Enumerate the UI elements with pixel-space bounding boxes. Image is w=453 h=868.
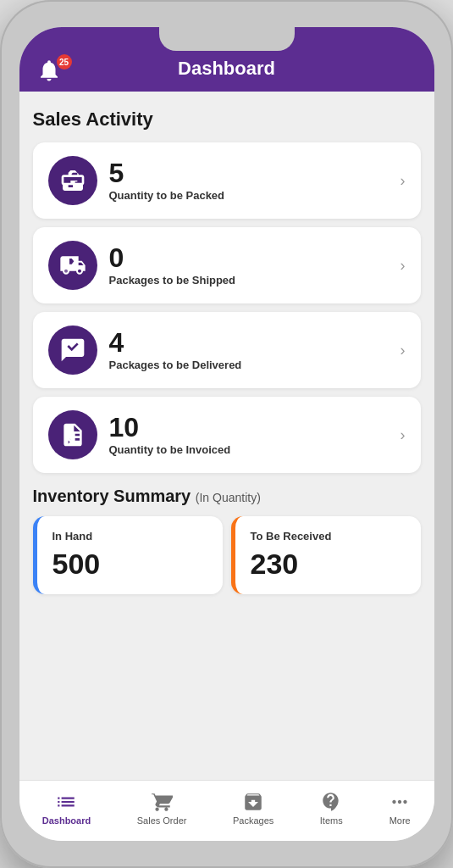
- header-title: Dashboard: [178, 58, 275, 80]
- notification-badge: 25: [57, 54, 72, 70]
- pack-number: 5: [109, 159, 401, 186]
- more-nav-icon: [389, 791, 411, 813]
- sales-order-nav-icon: [151, 791, 173, 813]
- invoice-text: 10 Quantity to be Invoiced: [109, 414, 401, 456]
- nav-packages-label: Packages: [233, 815, 273, 826]
- notch: [159, 27, 295, 51]
- in-hand-value: 500: [52, 548, 207, 581]
- invoice-label: Quantity to be Invoiced: [109, 443, 401, 456]
- inventory-title: Inventory Summary (In Quantity): [33, 487, 421, 506]
- nav-items-label: Items: [320, 815, 343, 826]
- phone-frame: 25 Dashboard Sales Activity 5 Quantity t…: [0, 0, 453, 868]
- nav-packages[interactable]: Packages: [224, 787, 282, 829]
- truck-icon: [59, 252, 86, 279]
- nav-more-label: More: [389, 815, 411, 826]
- items-nav-icon: [320, 791, 342, 813]
- inventory-subtitle: (In Quantity): [196, 491, 261, 504]
- bottom-nav: Dashboard Sales Order Packages Items: [19, 780, 434, 841]
- deliver-icon-circle: [48, 326, 97, 375]
- pack-card[interactable]: 5 Quantity to be Packed ›: [33, 142, 421, 219]
- deliver-card[interactable]: 4 Packages to be Delivered ›: [33, 312, 421, 388]
- nav-sales-order-label: Sales Order: [137, 815, 187, 826]
- invoice-icon-circle: [48, 410, 97, 459]
- invoice-card[interactable]: 10 Quantity to be Invoiced ›: [33, 397, 421, 473]
- nav-dashboard[interactable]: Dashboard: [34, 787, 99, 829]
- to-receive-card[interactable]: To Be Received 230: [231, 516, 421, 594]
- packages-nav-icon: [242, 791, 264, 813]
- pack-label: Quantity to be Packed: [109, 189, 401, 202]
- ship-number: 0: [109, 244, 401, 271]
- nav-more[interactable]: More: [380, 787, 419, 829]
- ship-card[interactable]: 0 Packages to be Shipped ›: [33, 227, 421, 303]
- deliver-number: 4: [109, 329, 401, 356]
- box-icon: [59, 167, 86, 194]
- deliver-icon: [59, 337, 86, 364]
- invoice-chevron: ›: [401, 426, 406, 444]
- inventory-cards: In Hand 500 To Be Received 230: [33, 516, 421, 594]
- ship-text: 0 Packages to be Shipped: [109, 244, 401, 287]
- in-hand-label: In Hand: [52, 530, 207, 542]
- deliver-label: Packages to be Delivered: [109, 359, 401, 371]
- nav-sales-order[interactable]: Sales Order: [129, 787, 196, 829]
- ship-label: Packages to be Shipped: [109, 274, 401, 287]
- notification-bell[interactable]: 25: [36, 58, 69, 90]
- phone-screen: 25 Dashboard Sales Activity 5 Quantity t…: [19, 27, 434, 841]
- main-content: Sales Activity 5 Quantity to be Packed ›: [19, 92, 434, 780]
- pack-icon-circle: [48, 156, 97, 205]
- in-hand-card[interactable]: In Hand 500: [33, 516, 223, 594]
- nav-items[interactable]: Items: [312, 787, 351, 829]
- pack-chevron: ›: [401, 172, 406, 190]
- to-receive-value: 230: [251, 548, 406, 581]
- dashboard-nav-icon: [55, 791, 77, 813]
- sales-activity-title: Sales Activity: [33, 108, 421, 131]
- to-receive-label: To Be Received: [251, 530, 406, 542]
- invoice-number: 10: [109, 414, 401, 441]
- invoice-icon: [59, 421, 86, 448]
- pack-text: 5 Quantity to be Packed: [109, 159, 401, 202]
- svg-point-0: [64, 269, 68, 273]
- ship-chevron: ›: [401, 257, 406, 275]
- deliver-chevron: ›: [401, 342, 406, 359]
- ship-icon-circle: [48, 241, 97, 290]
- deliver-text: 4 Packages to be Delivered: [109, 329, 401, 371]
- nav-dashboard-label: Dashboard: [42, 815, 91, 826]
